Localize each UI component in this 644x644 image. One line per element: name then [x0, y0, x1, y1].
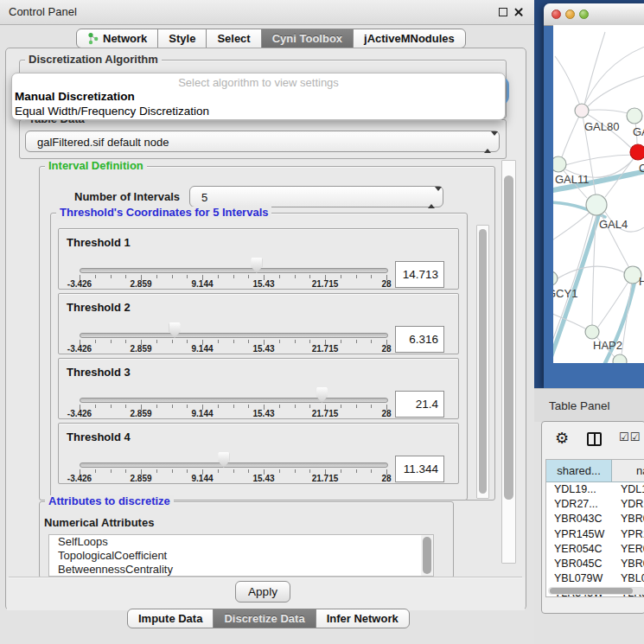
network-canvas[interactable]: GAL80GACGAL11GAL4GCY1HHAP2: [553, 25, 644, 363]
network-edge[interactable]: [588, 75, 644, 106]
zoom-light[interactable]: [579, 10, 589, 19]
thresholds-scrollbar[interactable]: [476, 225, 489, 499]
slider-tick-label: -3.426: [67, 474, 92, 483]
table-row[interactable]: YPR145WYPR1: [546, 527, 644, 542]
gal4-node[interactable]: [586, 194, 607, 215]
threshold-slider-track[interactable]: [80, 333, 388, 338]
cell-name: YER0: [612, 542, 644, 557]
slider-tick: [95, 405, 96, 408]
network-window-titlebar[interactable]: [544, 3, 644, 26]
slider-tick: [341, 340, 341, 343]
network-graph[interactable]: GAL80GACGAL11GAL4GCY1HHAP2: [553, 25, 644, 363]
cell-name: YDR2: [612, 497, 644, 512]
column-header-shared-name[interactable]: shared...: [546, 460, 612, 481]
slider-tick-label: 9.144: [191, 474, 213, 483]
apply-button[interactable]: Apply: [235, 581, 290, 603]
slider-tick-label: 21.715: [312, 409, 339, 418]
cell-shared-name: YER054C: [546, 542, 612, 557]
table-row[interactable]: YBR043CYBR0: [546, 512, 644, 526]
table-row[interactable]: YBL079WYBL0: [546, 571, 644, 586]
gal11-node[interactable]: [553, 156, 566, 172]
tab-cyni-toolbox[interactable]: Cyni Toolbox: [261, 29, 354, 48]
attributes-list-scrollbar[interactable]: [421, 535, 433, 576]
network-edge[interactable]: [560, 111, 582, 162]
threshold-value-field[interactable]: 14.713: [395, 261, 444, 288]
gcy1-node[interactable]: [553, 271, 558, 285]
table-row[interactable]: YDR27...YDR2: [546, 497, 644, 512]
red-node[interactable]: [630, 144, 644, 160]
threshold-row-1: Threshold 1-3.4262.8599.14415.4321.71528…: [58, 228, 459, 290]
tab-select[interactable]: Select: [206, 29, 261, 48]
bottom-node[interactable]: [613, 354, 627, 363]
slider-tick-label: 28: [381, 409, 391, 418]
tab-style[interactable]: Style: [157, 29, 207, 48]
slider-tick-label: 15.43: [252, 344, 274, 354]
node-table[interactable]: shared... na YDL19...YDL1YDR27...YDR2YBR…: [545, 459, 644, 597]
tab-impute-data[interactable]: Impute Data: [127, 609, 214, 628]
threshold-value-field[interactable]: 21.4: [395, 391, 444, 418]
slider-tick: [295, 469, 296, 473]
table-row[interactable]: YBR045CYBR0: [546, 557, 644, 571]
network-edge[interactable]: [555, 56, 582, 111]
num-intervals-combobox[interactable]: 5: [189, 186, 443, 207]
interval-definition-title: Interval Definition: [45, 160, 147, 172]
network-view-window[interactable]: GAL80GACGAL11GAL4GCY1HHAP2: [544, 3, 644, 388]
table-hscrollbar[interactable]: [548, 587, 644, 595]
slider-tick: [356, 340, 357, 343]
network-edge[interactable]: [584, 32, 605, 105]
tab-jactivemnodules[interactable]: jActiveMNodules: [353, 29, 466, 48]
table-row[interactable]: YER054CYER0: [546, 542, 644, 557]
tab-discretize-data[interactable]: Discretize Data: [213, 609, 316, 628]
attribute-list-item[interactable]: TopologicalCoefficient: [49, 549, 433, 563]
cell-shared-name: YPR145W: [546, 527, 612, 542]
slider-tick: [371, 340, 372, 343]
threshold-slider-track[interactable]: [80, 268, 388, 273]
slider-tick: [172, 405, 173, 408]
slider-tick-label: 21.715: [312, 344, 339, 354]
close-icon[interactable]: [513, 7, 524, 17]
table-data-combobox[interactable]: galFiltered.sif default node: [25, 131, 500, 152]
tab-infer-network[interactable]: Infer Network: [316, 609, 410, 628]
dropdown-item-manual-discretization[interactable]: Manual Discretization: [15, 90, 135, 103]
attribute-list-item[interactable]: BetweennessCentrality: [49, 563, 433, 577]
table-row[interactable]: YDL19...YDL1: [546, 482, 644, 497]
slider-tick: [295, 340, 296, 343]
top-right-node[interactable]: [627, 108, 642, 124]
slider-tick-label: -3.426: [67, 409, 92, 418]
checkbox-icon[interactable]: ☑☑: [619, 430, 641, 443]
slider-tick: [187, 340, 188, 343]
slider-tick: [309, 340, 310, 343]
column-header-name[interactable]: na: [612, 460, 644, 481]
gal80-node[interactable]: [575, 104, 589, 118]
control-panel-titlebar: Control Panel: [0, 0, 534, 25]
tab-label: Cyni Toolbox: [272, 32, 342, 45]
threshold-slider-track[interactable]: [80, 462, 388, 468]
minimize-light[interactable]: [565, 10, 575, 19]
slider-tick: [309, 275, 310, 278]
attribute-list-item[interactable]: SelfLoops: [49, 535, 433, 549]
dropdown-item-equal-width-frequency[interactable]: Equal Width/Frequency Discretization: [15, 105, 209, 118]
hap2-node[interactable]: [585, 325, 599, 339]
slider-tick: [248, 405, 249, 408]
threshold-value-field[interactable]: 6.316: [395, 326, 444, 353]
network-edge[interactable]: [622, 275, 633, 354]
tab-label: Infer Network: [327, 612, 399, 625]
table-data-value: galFiltered.sif default node: [37, 136, 169, 149]
numerical-attributes-list[interactable]: SelfLoopsTopologicalCoefficientBetweenne…: [48, 534, 434, 577]
tab-label: Discretize Data: [224, 612, 304, 625]
close-light[interactable]: [552, 10, 561, 19]
network-edge[interactable]: [598, 275, 633, 327]
float-icon[interactable]: [499, 8, 507, 16]
tab-network[interactable]: Network: [76, 29, 158, 48]
threshold-value-field[interactable]: 11.344: [395, 456, 444, 482]
num-intervals-value: 5: [201, 191, 207, 204]
network-edge[interactable]: [562, 155, 635, 166]
panel-scrollbar[interactable]: [501, 160, 516, 564]
thresholds-group: Threshold's Coordinates for 5 Intervals …: [50, 213, 468, 501]
gear-icon[interactable]: ⚙: [555, 429, 569, 448]
network-edge[interactable]: [555, 266, 626, 280]
cell-shared-name: YDR27...: [546, 497, 612, 512]
split-columns-icon[interactable]: [587, 432, 602, 446]
threshold-slider-track[interactable]: [80, 398, 388, 403]
app-root: Control Panel NetworkStyleSelectCyni Too…: [0, 0, 644, 644]
